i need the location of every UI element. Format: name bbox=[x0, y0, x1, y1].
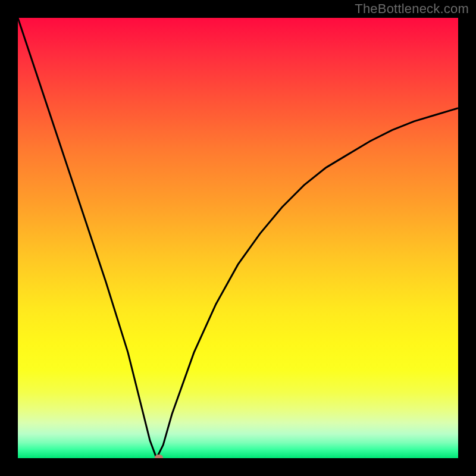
curve-path bbox=[18, 18, 458, 458]
watermark-text: TheBottleneck.com bbox=[355, 1, 469, 17]
plot-area bbox=[18, 18, 458, 458]
optimal-point-marker bbox=[155, 455, 163, 458]
chart-frame: TheBottleneck.com bbox=[0, 0, 476, 476]
bottleneck-curve bbox=[18, 18, 458, 458]
